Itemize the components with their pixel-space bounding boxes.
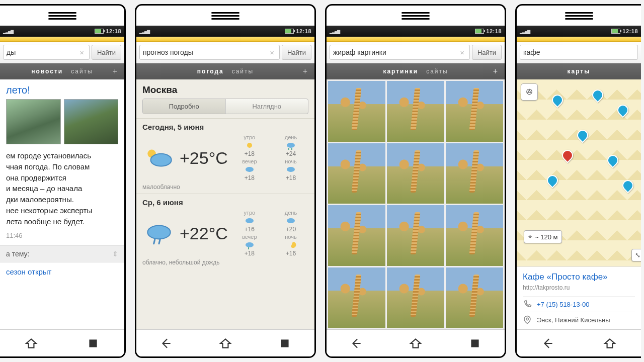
map-content: ꔮ ⌖ ~ 120 м ⤡ Кафе «Просто кафе» http://… bbox=[517, 79, 641, 329]
signal-icon bbox=[520, 28, 530, 34]
image-thumb[interactable] bbox=[446, 143, 503, 204]
svg-point-4 bbox=[287, 143, 295, 148]
map-pin[interactable] bbox=[544, 172, 560, 188]
home-icon[interactable] bbox=[214, 334, 236, 352]
clear-icon[interactable]: × bbox=[268, 48, 276, 57]
tab-weather[interactable]: погода bbox=[197, 68, 224, 75]
recent-icon[interactable] bbox=[82, 334, 104, 352]
battery-icon bbox=[285, 29, 294, 34]
image-thumb[interactable] bbox=[387, 205, 444, 266]
home-icon[interactable] bbox=[20, 334, 42, 352]
clear-icon[interactable]: × bbox=[458, 48, 466, 57]
seg-visual[interactable]: Наглядно bbox=[225, 99, 308, 114]
expand-icon[interactable]: ⇕ bbox=[112, 250, 118, 258]
poi-phone-row[interactable]: +7 (15) 518-13-00 bbox=[523, 296, 635, 312]
related-header: а тему: ⇕ bbox=[0, 245, 124, 262]
search-button[interactable]: Найти bbox=[282, 45, 311, 60]
weather-date: Сегодня, 5 июня bbox=[142, 123, 308, 131]
map-pin[interactable] bbox=[575, 127, 590, 143]
phone-news: 12:18 ды × Найти новости сайты + лето! е… bbox=[0, 4, 126, 358]
search-button[interactable]: Найти bbox=[92, 45, 121, 60]
tab-sites[interactable]: сайты bbox=[426, 68, 448, 75]
search-query: ды bbox=[7, 48, 77, 56]
signal-icon bbox=[3, 28, 13, 34]
weather-content: Москва Подробно Наглядно Сегодня, 5 июня… bbox=[136, 79, 314, 329]
recent-icon[interactable] bbox=[274, 334, 296, 352]
image-thumb[interactable] bbox=[328, 143, 385, 204]
tab-add-icon[interactable]: + bbox=[303, 67, 308, 76]
image-thumb[interactable] bbox=[387, 267, 444, 328]
back-icon[interactable] bbox=[155, 334, 177, 352]
route-button[interactable]: ꔮ bbox=[521, 83, 538, 101]
brand-bar bbox=[327, 37, 505, 42]
weather-temp: +22°C bbox=[180, 224, 228, 243]
tab-news[interactable]: новости bbox=[31, 68, 63, 75]
image-thumb[interactable] bbox=[446, 205, 503, 266]
phone-icon bbox=[523, 300, 532, 309]
news-thumb[interactable] bbox=[64, 99, 119, 144]
svg-point-9 bbox=[147, 226, 170, 239]
poi-title[interactable]: Кафе «Просто кафе» bbox=[523, 272, 635, 282]
related-link[interactable]: сезон открыт bbox=[0, 262, 124, 281]
svg-rect-0 bbox=[90, 339, 97, 347]
image-thumb[interactable] bbox=[387, 143, 444, 204]
search-query: кафе bbox=[523, 48, 634, 56]
home-icon[interactable] bbox=[405, 334, 427, 352]
tab-maps[interactable]: карты bbox=[568, 68, 591, 75]
map-pin[interactable] bbox=[590, 87, 605, 103]
weather-date: Ср, 6 июня bbox=[142, 198, 308, 207]
tab-sites[interactable]: сайты bbox=[232, 68, 254, 75]
tab-add-icon[interactable]: + bbox=[493, 67, 499, 76]
directions-button[interactable]: ⤡ bbox=[631, 249, 641, 261]
image-thumb[interactable] bbox=[446, 267, 503, 328]
map-pin[interactable] bbox=[549, 92, 565, 108]
svg-line-11 bbox=[159, 239, 160, 243]
news-headline[interactable]: лето! bbox=[0, 79, 124, 99]
seg-detail[interactable]: Подробно bbox=[143, 99, 225, 114]
android-status-bar: 12:18 bbox=[0, 26, 124, 37]
back-icon[interactable] bbox=[537, 334, 559, 352]
weather-day: Ср, 6 июня +22°C утро+16 день+20 вечер+1… bbox=[136, 194, 314, 269]
search-row: прогноз погоды × Найти bbox=[136, 42, 314, 63]
map-pin[interactable] bbox=[615, 102, 630, 118]
weather-icon bbox=[142, 220, 176, 246]
image-thumb[interactable] bbox=[328, 205, 385, 266]
map-pin[interactable] bbox=[620, 177, 635, 193]
android-nav bbox=[136, 329, 314, 356]
phone-maps: 12:18 кафе карты ꔮ ⌖ ~ 120 м ⤡ bbox=[515, 4, 641, 358]
phone-speaker bbox=[0, 6, 124, 26]
image-thumb[interactable] bbox=[328, 267, 385, 328]
home-icon[interactable] bbox=[599, 334, 621, 352]
weather-dayparts: утро+18 день+24 вечер+18 ночь+18 bbox=[232, 134, 308, 182]
tab-images[interactable]: картинки bbox=[383, 68, 418, 75]
search-input[interactable]: кафе bbox=[520, 45, 638, 60]
image-thumb[interactable] bbox=[446, 81, 503, 142]
poi-url[interactable]: http://takprosto.ru bbox=[523, 284, 635, 291]
weather-temp: +25°C bbox=[180, 148, 228, 168]
tab-add-icon[interactable]: + bbox=[113, 67, 118, 76]
search-input[interactable]: ды × bbox=[3, 45, 90, 60]
image-thumb[interactable] bbox=[387, 81, 444, 142]
location-icon bbox=[523, 315, 532, 324]
search-input[interactable]: прогноз погоды × bbox=[139, 45, 280, 60]
search-input[interactable]: жираф картинки × bbox=[330, 45, 470, 60]
news-thumb[interactable] bbox=[6, 99, 61, 144]
map-pin-selected[interactable] bbox=[559, 147, 575, 163]
back-icon[interactable] bbox=[345, 334, 367, 352]
map-pin[interactable] bbox=[605, 152, 620, 168]
poi-address-row[interactable]: Энск, Нижний Кисельны bbox=[523, 312, 635, 327]
svg-point-13 bbox=[287, 218, 295, 223]
result-tabs: новости сайты + bbox=[0, 63, 124, 79]
search-query: прогноз погоды bbox=[143, 48, 268, 56]
image-thumb[interactable] bbox=[328, 81, 385, 142]
tab-sites[interactable]: сайты bbox=[71, 68, 93, 75]
clear-icon[interactable]: × bbox=[77, 48, 86, 57]
search-button[interactable]: Найти bbox=[472, 45, 502, 60]
map-canvas[interactable]: ꔮ ⌖ ~ 120 м ⤡ bbox=[517, 79, 641, 266]
status-clock: 12:18 bbox=[296, 28, 311, 34]
weather-desc: малооблачно bbox=[142, 184, 308, 191]
svg-point-14 bbox=[246, 242, 254, 247]
phone-speaker bbox=[517, 6, 641, 26]
recent-icon[interactable] bbox=[464, 334, 486, 352]
android-status-bar: 12:18 bbox=[136, 26, 314, 37]
